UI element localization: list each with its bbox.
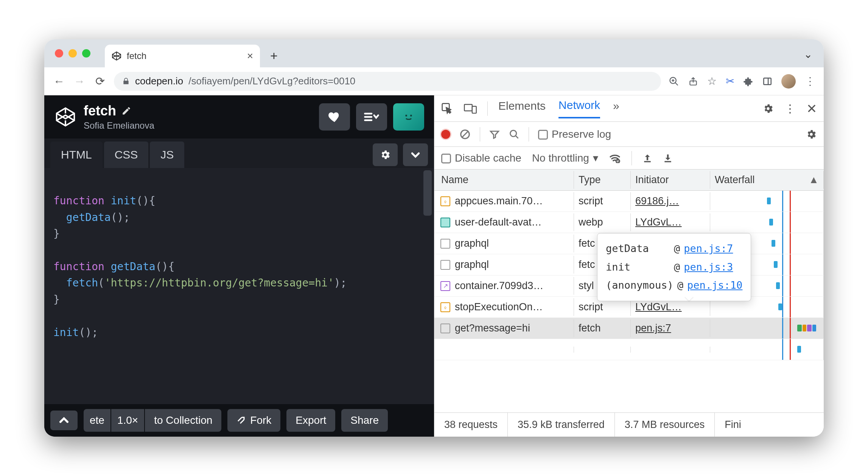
svg-line-16	[462, 131, 468, 138]
codepen-logo-icon[interactable]	[54, 106, 77, 128]
address-host: codepen.io	[135, 75, 183, 87]
editor-scrollbar[interactable]	[423, 170, 432, 216]
stack-link[interactable]: pen.js:7	[684, 240, 733, 258]
share-icon[interactable]	[688, 76, 698, 87]
tab-html[interactable]: HTML	[50, 142, 103, 168]
stack-fn: (anonymous)	[606, 276, 674, 295]
resource-name: graphql	[455, 259, 489, 271]
stack-fn: init	[606, 258, 670, 277]
zoom-fragment[interactable]: ete	[84, 409, 110, 432]
code-editor[interactable]: function init(){ getData(); } function g…	[44, 168, 434, 404]
resource-type-cell: script	[574, 192, 631, 210]
col-initiator[interactable]: Initiator	[631, 171, 710, 189]
zoom-fragment-text: ete	[90, 414, 104, 426]
tab-elements[interactable]: Elements	[498, 100, 546, 118]
network-toolbar-2: Disable cache No throttling ▾	[434, 147, 824, 170]
extensions-icon[interactable]	[744, 76, 753, 86]
close-devtools-icon[interactable]: ✕	[806, 101, 817, 116]
filter-icon[interactable]	[489, 129, 500, 140]
forward-button[interactable]: →	[73, 75, 86, 88]
tab-more[interactable]: »	[613, 100, 619, 118]
code-token: }	[53, 293, 60, 306]
back-button[interactable]: ←	[53, 75, 65, 88]
profile-avatar[interactable]	[781, 74, 796, 89]
address-bar[interactable]: codepen.io/sofiayem/pen/LYdGvLg?editors=…	[114, 72, 661, 91]
inspect-icon[interactable]	[441, 103, 453, 115]
star-icon[interactable]: ☆	[707, 75, 717, 87]
preserve-log-label: Preserve log	[552, 128, 611, 140]
reload-button[interactable]: ⟳	[93, 75, 106, 88]
menu-icon[interactable]: ⋮	[805, 75, 815, 87]
details-button[interactable]	[356, 103, 387, 131]
tab-js[interactable]: JS	[150, 142, 184, 168]
stack-at: @	[674, 258, 680, 277]
console-toggle-button[interactable]	[50, 411, 78, 430]
col-waterfall[interactable]: Waterfall ▲	[710, 171, 824, 189]
table-row[interactable]: ⬨appcues.main.70…script69186.j…	[434, 191, 824, 212]
tabs-menu-icon[interactable]: ⌄	[804, 48, 812, 61]
col-name[interactable]: Name	[434, 171, 574, 189]
throttling-select[interactable]: No throttling ▾	[532, 152, 598, 164]
initiator-cell[interactable]: LYdGvL…	[631, 213, 710, 231]
preserve-log-checkbox[interactable]: Preserve log	[538, 128, 611, 140]
search-icon[interactable]	[509, 129, 520, 140]
edit-title-icon[interactable]	[121, 106, 131, 116]
upload-har-icon[interactable]	[642, 153, 652, 163]
browser-tab[interactable]: fetch ×	[105, 45, 260, 67]
code-token: }	[53, 227, 60, 240]
network-status-bar: 38 requests 35.9 kB transferred 3.7 MB r…	[434, 412, 824, 437]
code-token: function	[53, 260, 104, 273]
disable-cache-checkbox[interactable]: Disable cache	[441, 152, 521, 164]
close-tab-icon[interactable]: ×	[247, 50, 253, 62]
code-token: getData	[66, 211, 111, 224]
clear-button[interactable]	[459, 129, 471, 140]
svg-rect-21	[664, 161, 671, 162]
network-settings-icon[interactable]	[806, 129, 817, 140]
stack-link[interactable]: pen.js:3	[684, 258, 733, 277]
zoom-icon[interactable]	[669, 76, 679, 87]
stack-link[interactable]: pen.js:10	[687, 276, 742, 295]
resource-type-icon: ↗	[440, 281, 450, 291]
editor-settings-icon[interactable]	[373, 143, 398, 166]
status-requests: 38 requests	[434, 413, 508, 437]
disable-cache-label: Disable cache	[455, 152, 521, 164]
initiator-cell[interactable]: pen.js:7	[631, 319, 710, 337]
table-row[interactable]: user-default-avat…webpLYdGvL…	[434, 212, 824, 233]
code-token: (	[98, 277, 104, 289]
settings-gear-icon[interactable]	[762, 103, 774, 114]
tab-title: fetch	[127, 51, 146, 61]
sidepanel-icon[interactable]	[762, 76, 772, 86]
stack-fn: getData	[606, 240, 670, 258]
tab-css[interactable]: CSS	[104, 142, 149, 168]
share-button[interactable]: Share	[341, 409, 388, 432]
close-window-button[interactable]	[55, 49, 63, 58]
pen-title[interactable]: fetch	[84, 103, 116, 119]
resource-name: container.7099d3…	[455, 280, 543, 292]
like-button[interactable]	[319, 103, 350, 131]
fork-button[interactable]: Fork	[227, 409, 280, 432]
tab-bar: fetch × + ⌄	[44, 39, 824, 67]
tab-network[interactable]: Network	[558, 99, 600, 118]
maximize-window-button[interactable]	[82, 49, 90, 58]
table-row[interactable]: get?message=hifetchpen.js:7	[434, 318, 824, 339]
browser-window: fetch × + ⌄ ← → ⟳ codepen.io/sofiayem/pe…	[44, 39, 824, 437]
network-toolbar: Preserve log	[434, 122, 824, 147]
col-type[interactable]: Type	[574, 171, 631, 189]
download-har-icon[interactable]	[663, 153, 673, 163]
scissors-icon[interactable]: ✂	[726, 75, 734, 87]
new-tab-button[interactable]: +	[265, 47, 283, 64]
device-toggle-icon[interactable]	[464, 103, 477, 114]
record-button[interactable]	[441, 130, 450, 139]
code-token: ();	[111, 211, 130, 224]
editor-collapse-icon[interactable]	[403, 143, 428, 166]
user-avatar[interactable]	[393, 103, 424, 131]
export-button[interactable]: Export	[286, 409, 335, 432]
minimize-window-button[interactable]	[68, 49, 77, 58]
pen-author[interactable]: Sofia Emelianova	[84, 120, 154, 131]
col-waterfall-label: Waterfall	[715, 174, 755, 186]
kebab-menu-icon[interactable]: ⋮	[784, 102, 796, 115]
network-conditions-icon[interactable]	[609, 153, 621, 163]
zoom-level[interactable]: 1.0×	[111, 409, 144, 432]
initiator-cell[interactable]: 69186.j…	[631, 192, 710, 210]
add-to-collection-button[interactable]: to Collection	[145, 409, 221, 432]
